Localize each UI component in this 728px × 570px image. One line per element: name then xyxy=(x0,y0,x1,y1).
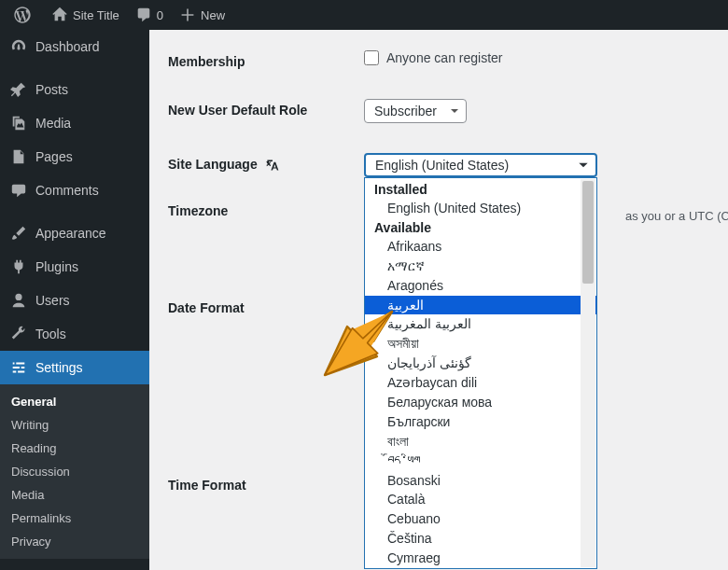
submenu-item[interactable]: Media xyxy=(0,483,149,507)
wordpress-icon xyxy=(13,6,32,24)
language-option[interactable]: العربية المغربية xyxy=(365,314,596,334)
site-language-dropdown[interactable]: InstalledEnglish (United States)Availabl… xyxy=(364,177,597,569)
language-option[interactable]: བོད་ཡིག xyxy=(365,452,596,471)
admin-sidebar: Dashboard Posts Media Pages Comments App… xyxy=(0,30,149,570)
language-option[interactable]: Беларуская мова xyxy=(365,393,596,412)
sidebar-item-media[interactable]: Media xyxy=(0,106,149,140)
optgroup-installed: Installed xyxy=(365,180,596,199)
membership-checkbox-text: Anyone can register xyxy=(386,50,503,65)
wrench-icon xyxy=(9,325,28,343)
menu-label: Appearance xyxy=(35,226,106,241)
page-icon xyxy=(9,147,28,166)
optgroup-available: Available xyxy=(365,218,596,237)
language-option[interactable]: Cymraeg xyxy=(365,549,596,568)
user-icon xyxy=(9,291,28,310)
new-content-menu[interactable]: New xyxy=(171,0,232,30)
translate-icon xyxy=(265,158,280,173)
pin-icon xyxy=(9,80,28,99)
menu-label: Users xyxy=(35,293,70,308)
default-role-select[interactable]: Subscriber xyxy=(364,99,467,123)
timezone-description: as you or a UTC (Coo xyxy=(625,209,728,223)
language-option[interactable]: English (United States) xyxy=(365,199,596,218)
row-default-role: New User Default Role Subscriber xyxy=(168,99,709,123)
sidebar-item-posts[interactable]: Posts xyxy=(0,73,149,106)
comments-menu[interactable]: 0 xyxy=(127,0,171,30)
menu-label: Dashboard xyxy=(35,39,100,54)
wp-logo-menu[interactable] xyxy=(6,0,43,30)
chevron-down-icon xyxy=(577,159,590,172)
language-option[interactable]: Aragonés xyxy=(365,276,596,296)
new-label: New xyxy=(201,8,225,22)
sliders-icon xyxy=(9,358,28,377)
language-option[interactable]: Azərbaycan dili xyxy=(365,373,596,393)
label-default-role: New User Default Role xyxy=(168,99,364,118)
settings-submenu: GeneralWritingReadingDiscussionMediaPerm… xyxy=(0,384,149,559)
language-option[interactable]: گؤنئی آذربایجان xyxy=(365,354,596,373)
language-option[interactable]: Čeština xyxy=(365,529,596,549)
language-option[interactable]: Cebuano xyxy=(365,509,596,529)
language-option[interactable]: বাংলা xyxy=(365,432,596,452)
sidebar-item-tools[interactable]: Tools xyxy=(0,317,149,351)
language-option[interactable]: العربية xyxy=(365,296,596,315)
menu-label: Media xyxy=(35,116,71,131)
submenu-item[interactable]: Discussion xyxy=(0,460,149,483)
language-option[interactable]: አማርኛ xyxy=(365,257,596,276)
sidebar-item-users[interactable]: Users xyxy=(0,284,149,317)
label-date-format: Date Format xyxy=(168,297,364,315)
media-icon xyxy=(9,114,28,132)
sidebar-item-comments[interactable]: Comments xyxy=(0,174,149,207)
dashboard-icon xyxy=(9,37,28,56)
label-time-format: Time Format xyxy=(168,474,364,493)
row-site-language: Site Language English (United States) In… xyxy=(168,153,709,177)
default-role-value: Subscriber xyxy=(374,104,437,118)
sidebar-item-dashboard[interactable]: Dashboard xyxy=(0,30,149,63)
scrollbar-thumb[interactable] xyxy=(582,181,594,284)
settings-general-form: Membership Anyone can register New User … xyxy=(149,30,728,570)
site-language-select[interactable]: English (United States) xyxy=(364,153,597,177)
site-title: Site Title xyxy=(73,8,119,22)
label-site-language: Site Language xyxy=(168,153,364,173)
language-option[interactable]: অসমীয়া xyxy=(365,334,596,354)
row-membership: Membership Anyone can register xyxy=(168,50,709,69)
comment-icon xyxy=(134,6,153,24)
site-menu[interactable]: Site Title xyxy=(43,0,127,30)
menu-label: Tools xyxy=(35,327,66,341)
comments-count: 0 xyxy=(157,8,163,22)
label-timezone: Timezone xyxy=(168,200,364,218)
language-option[interactable]: Català xyxy=(365,490,596,509)
submenu-item[interactable]: Privacy xyxy=(0,530,149,553)
membership-checkbox-label[interactable]: Anyone can register xyxy=(364,50,709,65)
sidebar-item-appearance[interactable]: Appearance xyxy=(0,216,149,250)
sidebar-item-pages[interactable]: Pages xyxy=(0,140,149,174)
submenu-item[interactable]: General xyxy=(0,390,149,413)
brush-icon xyxy=(9,224,28,243)
menu-label: Posts xyxy=(35,82,68,97)
admin-bar: Site Title 0 New xyxy=(0,0,728,30)
membership-checkbox[interactable] xyxy=(364,50,379,65)
submenu-item[interactable]: Writing xyxy=(0,413,149,437)
menu-label: Comments xyxy=(35,183,99,198)
language-option[interactable]: Afrikaans xyxy=(365,237,596,257)
dropdown-scrollbar[interactable] xyxy=(581,179,595,567)
sidebar-item-plugins[interactable]: Plugins xyxy=(0,250,149,284)
submenu-item[interactable]: Permalinks xyxy=(0,507,149,530)
language-option[interactable]: Български xyxy=(365,412,596,432)
comments-icon xyxy=(9,181,28,200)
label-membership: Membership xyxy=(168,50,364,69)
site-language-value: English (United States) xyxy=(375,158,509,173)
home-icon xyxy=(50,6,69,24)
menu-label: Plugins xyxy=(35,259,78,274)
menu-label: Settings xyxy=(35,360,83,375)
language-option[interactable]: Bosanski xyxy=(365,471,596,491)
chevron-down-icon xyxy=(449,105,460,117)
sidebar-item-settings[interactable]: Settings xyxy=(0,351,149,384)
plus-icon xyxy=(178,6,197,24)
menu-label: Pages xyxy=(35,149,73,164)
plug-icon xyxy=(9,257,28,276)
submenu-item[interactable]: Reading xyxy=(0,437,149,460)
